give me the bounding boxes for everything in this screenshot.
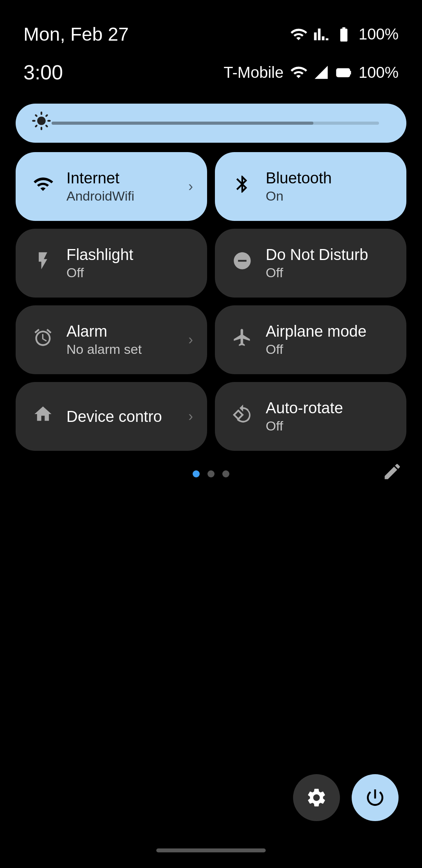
carrier-signal-icon [313, 64, 329, 81]
home-tile-icon [31, 404, 55, 429]
tile-bluetooth-title: Bluetooth [266, 169, 332, 187]
status-right-icons: 100% [290, 25, 399, 43]
alarm-chevron-icon: › [188, 332, 193, 348]
flashlight-tile-icon [31, 251, 55, 276]
tile-flashlight-subtitle: Off [66, 265, 133, 280]
bluetooth-tile-icon [231, 174, 254, 199]
edit-tiles-button[interactable] [378, 457, 406, 490]
time-row: 3:00 T-Mobile 100% [0, 53, 422, 96]
clock-time: 3:00 [23, 61, 63, 84]
brightness-slider[interactable] [16, 104, 406, 143]
tile-bluetooth-subtitle: On [266, 188, 332, 204]
status-bar: Mon, Feb 27 100% [0, 0, 422, 53]
airplane-tile-icon [231, 327, 254, 352]
tile-flashlight-title: Flashlight [66, 246, 133, 264]
brightness-track[interactable] [52, 122, 379, 125]
device-controls-chevron-icon: › [188, 408, 193, 425]
tile-internet-title: Internet [66, 169, 134, 187]
tile-device-controls-title: Device contro [66, 408, 162, 425]
tile-alarm[interactable]: Alarm No alarm set › [16, 305, 207, 374]
tile-dnd[interactable]: Do Not Disturb Off [215, 229, 406, 298]
home-indicator [156, 848, 266, 852]
tile-alarm-subtitle: No alarm set [66, 342, 142, 357]
tile-airplane-title: Airplane mode [266, 323, 367, 340]
carrier-battery-percent: 100% [359, 64, 399, 81]
page-indicators [16, 470, 406, 477]
tile-dnd-title: Do Not Disturb [266, 246, 368, 264]
tile-dnd-subtitle: Off [266, 265, 368, 280]
tile-bluetooth-text: Bluetooth On [266, 169, 332, 204]
tile-flashlight-text: Flashlight Off [66, 246, 133, 280]
tile-device-controls-text: Device contro [66, 408, 162, 425]
tile-alarm-title: Alarm [66, 323, 142, 340]
power-button[interactable] [352, 774, 399, 821]
tile-auto-rotate-title: Auto-rotate [266, 399, 343, 417]
tile-flashlight[interactable]: Flashlight Off [16, 229, 207, 298]
tile-auto-rotate-text: Auto-rotate Off [266, 399, 343, 434]
svg-rect-0 [336, 69, 349, 77]
status-date: Mon, Feb 27 [23, 23, 129, 45]
carrier-name: T-Mobile [224, 64, 283, 81]
tile-internet-subtitle: AndroidWifi [66, 188, 134, 204]
wifi-status-icon [290, 26, 307, 43]
dnd-tile-icon [231, 251, 254, 276]
rotate-tile-icon [231, 404, 254, 429]
battery-percent: 100% [359, 25, 399, 43]
page-dot-1[interactable] [193, 470, 200, 477]
alarm-tile-icon [31, 327, 55, 352]
brightness-fill [52, 122, 313, 125]
tile-airplane-text: Airplane mode Off [266, 323, 367, 357]
tile-internet-text: Internet AndroidWifi [66, 169, 134, 204]
page-dot-3[interactable] [222, 470, 229, 477]
tile-alarm-text: Alarm No alarm set [66, 323, 142, 357]
page-dot-2[interactable] [207, 470, 215, 477]
internet-chevron-icon: › [188, 178, 193, 195]
carrier-battery-icon [335, 64, 352, 81]
bottom-action-buttons [293, 774, 399, 821]
brightness-icon [31, 111, 52, 136]
carrier-wifi-icon [290, 64, 307, 81]
tile-internet[interactable]: Internet AndroidWifi › [16, 152, 207, 221]
quick-settings-panel: Internet AndroidWifi › Bluetooth On [0, 96, 422, 493]
carrier-info: T-Mobile 100% [224, 64, 399, 81]
settings-button[interactable] [293, 774, 340, 821]
tile-airplane[interactable]: Airplane mode Off [215, 305, 406, 374]
tile-auto-rotate[interactable]: Auto-rotate Off [215, 382, 406, 451]
tile-dnd-text: Do Not Disturb Off [266, 246, 368, 280]
tile-auto-rotate-subtitle: Off [266, 418, 343, 434]
tile-grid: Internet AndroidWifi › Bluetooth On [16, 152, 406, 451]
battery-status-icon [335, 26, 352, 43]
svg-rect-1 [349, 71, 351, 74]
wifi-tile-icon [31, 174, 55, 199]
tile-airplane-subtitle: Off [266, 342, 367, 357]
signal-status-icon [313, 26, 329, 43]
tile-device-controls[interactable]: Device contro › [16, 382, 207, 451]
tile-bluetooth[interactable]: Bluetooth On [215, 152, 406, 221]
